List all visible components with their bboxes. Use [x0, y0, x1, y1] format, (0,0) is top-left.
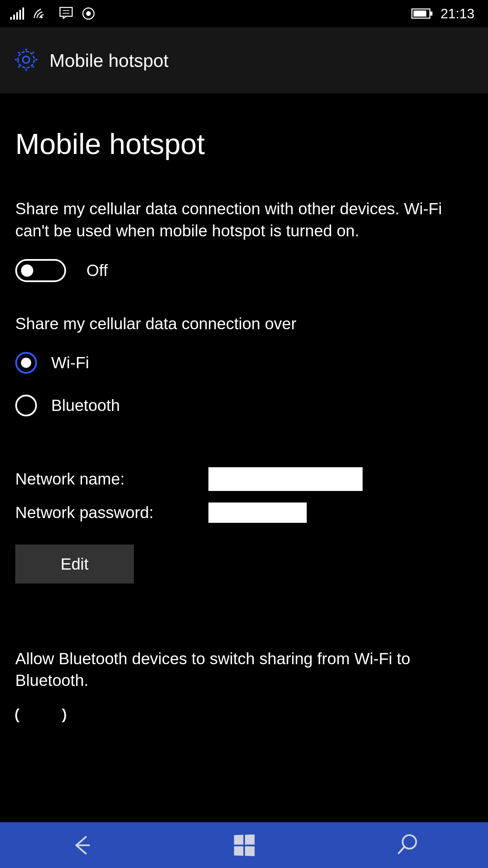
navigation-bar [0, 822, 488, 868]
edit-button[interactable]: Edit [15, 545, 134, 584]
settings-header: Mobile hotspot [0, 27, 488, 93]
svg-point-4 [23, 56, 29, 63]
svg-line-7 [398, 847, 404, 854]
search-button[interactable] [386, 825, 427, 866]
network-password-value [208, 502, 307, 523]
hotspot-description: Share my cellular data connection with o… [15, 198, 473, 242]
status-bar: 21:13 [0, 0, 488, 27]
bluetooth-radio[interactable] [15, 395, 37, 416]
battery-icon [411, 8, 430, 19]
svg-rect-1 [60, 7, 72, 16]
wifi-radio[interactable] [15, 352, 37, 374]
hotspot-toggle-label: Off [86, 261, 108, 280]
content-area: Mobile hotspot Share my cellular data co… [0, 93, 488, 722]
network-name-label: Network name: [15, 470, 208, 488]
home-button[interactable] [224, 825, 264, 866]
toggle-knob [21, 264, 33, 277]
wifi-radio-label: Wi-Fi [51, 353, 89, 372]
wifi-signal-icon [34, 7, 50, 20]
wifi-radio-row: Wi-Fi [15, 352, 473, 374]
message-icon [59, 7, 73, 20]
location-icon [82, 7, 95, 20]
status-left [10, 7, 95, 20]
cellular-signal-icon [10, 7, 24, 20]
svg-point-0 [41, 16, 43, 18]
page-title: Mobile hotspot [15, 127, 473, 161]
bluetooth-radio-row: Bluetooth [15, 395, 473, 416]
bluetooth-radio-label: Bluetooth [51, 396, 120, 415]
windows-icon [234, 834, 255, 856]
bluetooth-switch-toggle-row [15, 709, 473, 722]
header-title: Mobile hotspot [49, 50, 168, 71]
network-password-label: Network password: [15, 503, 208, 522]
hotspot-toggle[interactable] [15, 259, 66, 282]
status-right: 21:13 [411, 6, 474, 21]
svg-point-6 [403, 835, 416, 849]
hotspot-toggle-row: Off [15, 259, 473, 282]
gear-icon [14, 48, 38, 73]
network-password-row: Network password: [15, 502, 473, 523]
bluetooth-switch-toggle[interactable] [15, 709, 66, 722]
share-over-label: Share my cellular data connection over [15, 314, 473, 333]
network-name-row: Network name: [15, 467, 473, 491]
back-arrow-icon [69, 832, 94, 858]
bluetooth-switch-description: Allow Bluetooth devices to switch sharin… [15, 648, 473, 692]
clock-time: 21:13 [441, 6, 474, 21]
search-icon [394, 832, 420, 858]
network-name-value [208, 467, 363, 491]
back-button[interactable] [61, 825, 102, 866]
